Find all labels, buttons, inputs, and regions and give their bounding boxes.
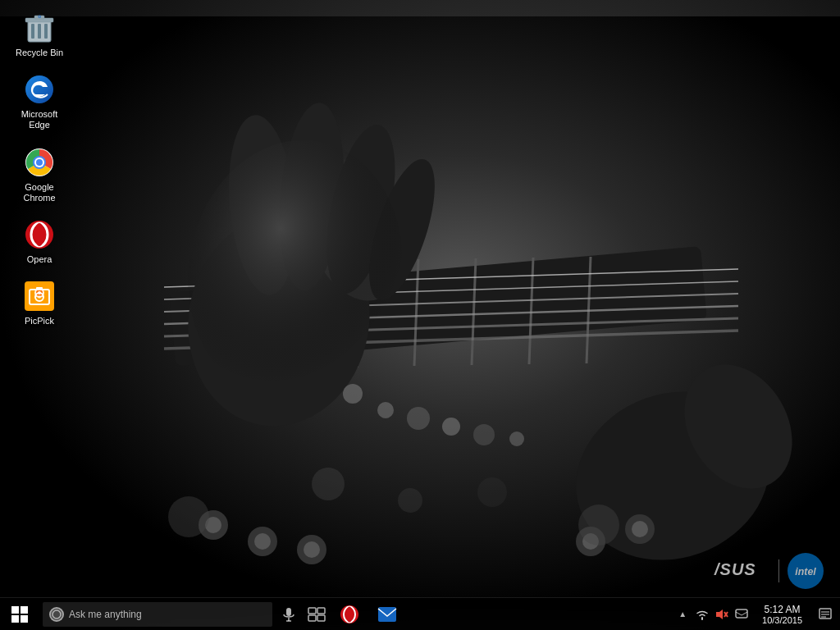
svg-point-60 (34, 223, 44, 246)
svg-rect-83 (378, 607, 396, 622)
google-chrome-icon[interactable]: Google Chrome (8, 143, 71, 207)
svg-point-42 (407, 407, 430, 430)
network-icon[interactable] (693, 598, 711, 631)
chrome-image (23, 146, 56, 179)
tray-expand-button[interactable]: ▲ (675, 609, 690, 619)
opera-icon[interactable]: Opera (8, 215, 71, 268)
svg-line-88 (736, 612, 742, 615)
svg-point-34 (632, 521, 648, 537)
picpick-label: PicPick (25, 316, 54, 326)
svg-point-37 (312, 468, 345, 500)
edge-image (23, 73, 56, 106)
svg-rect-78 (308, 615, 316, 621)
svg-rect-49 (44, 24, 48, 39)
chrome-label: Google Chrome (11, 182, 67, 203)
svg-rect-87 (736, 609, 747, 618)
svg-point-72 (52, 610, 61, 619)
svg-point-53 (25, 75, 53, 103)
svg-text:/SUS: /SUS (714, 560, 756, 578)
windows-logo (11, 606, 28, 623)
recycle-bin-icon[interactable]: ♻ Recycle Bin (8, 8, 71, 62)
recycle-bin-label: Recycle Bin (16, 48, 63, 58)
svg-point-45 (509, 431, 524, 446)
brand-logos: /SUS intel (713, 553, 824, 589)
clock[interactable]: 5:12 AM 10/3/2015 (754, 598, 810, 631)
svg-rect-47 (31, 24, 34, 39)
tray-icons (690, 598, 754, 631)
system-tray: ▲ (675, 598, 840, 631)
recycle-bin-image: ♻ (23, 11, 56, 44)
intel-logo: intel (788, 553, 824, 589)
svg-rect-66 (36, 287, 43, 290)
message-icon[interactable] (733, 598, 751, 631)
svg-marker-84 (716, 609, 723, 619)
taskbar-apps (331, 598, 405, 631)
volume-icon[interactable] (713, 598, 731, 631)
svg-rect-48 (38, 24, 41, 39)
svg-rect-73 (286, 608, 291, 616)
cortana-circle (49, 607, 64, 622)
picpick-image (23, 280, 56, 313)
brand-divider (778, 559, 779, 582)
desktop-icons: ♻ Recycle Bin (0, 0, 79, 338)
svg-rect-76 (308, 608, 316, 614)
opera-label: Opera (27, 254, 52, 265)
start-button[interactable] (0, 598, 39, 631)
opera-image (23, 218, 56, 251)
svg-point-28 (254, 533, 271, 550)
desktop: ♻ Recycle Bin (0, 0, 840, 630)
svg-point-43 (442, 418, 460, 436)
svg-point-40 (343, 384, 363, 404)
asus-logo: /SUS (713, 559, 770, 583)
svg-point-30 (304, 541, 320, 558)
svg-line-89 (742, 612, 747, 615)
svg-point-57 (36, 159, 43, 166)
svg-point-82 (346, 606, 353, 622)
search-bar[interactable]: Ask me anything (43, 602, 272, 627)
clock-time: 5:12 AM (765, 604, 801, 615)
svg-rect-77 (317, 608, 325, 614)
microsoft-edge-icon[interactable]: Microsoft Edge (8, 70, 71, 134)
task-view-button[interactable] (302, 598, 331, 631)
search-placeholder-text: Ask me anything (69, 609, 142, 620)
taskbar-opera[interactable] (331, 598, 368, 631)
svg-point-44 (473, 424, 495, 445)
svg-point-35 (168, 496, 209, 537)
svg-point-68 (38, 295, 41, 299)
edge-label: Microsoft Edge (11, 109, 67, 130)
svg-point-41 (377, 402, 394, 418)
picpick-icon[interactable]: PicPick (8, 276, 71, 330)
clock-date: 10/3/2015 (762, 615, 802, 625)
svg-point-39 (477, 477, 507, 507)
svg-rect-79 (317, 615, 325, 621)
svg-text:intel: intel (795, 566, 816, 578)
action-center-button[interactable] (810, 598, 840, 631)
microphone-button[interactable] (276, 598, 302, 631)
wallpaper (0, 0, 840, 630)
svg-point-38 (398, 488, 422, 513)
taskbar-mail[interactable] (369, 598, 405, 631)
svg-point-36 (578, 504, 619, 546)
taskbar: Ask me anything (0, 597, 840, 630)
